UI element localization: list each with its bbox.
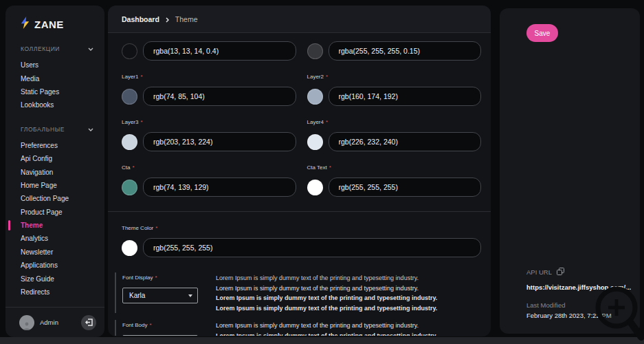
sidebar-item-theme[interactable]: Theme [5, 219, 104, 232]
api-info: API URL https://visitzane.jiffsyshop.com… [526, 266, 630, 319]
user-row: Admin [5, 307, 104, 337]
color-value-input[interactable] [329, 178, 482, 197]
sidebar-section-collections[interactable]: КОЛЛЕКЦИИ [21, 45, 93, 52]
caret-down-icon [188, 294, 192, 297]
sidebar-item-collection-page[interactable]: Collection Page [5, 192, 104, 205]
sidebar-item-static-pages[interactable]: Static Pages [5, 85, 104, 98]
sidebar-item-analytics[interactable]: Analytics [5, 232, 104, 245]
sidebar-item-label: Collection Page [21, 195, 69, 202]
color-value-input[interactable] [143, 238, 481, 257]
form-scroll-area[interactable]: Layer1* Layer2* Layer3* [108, 33, 491, 336]
breadcrumb-chevron-icon [166, 13, 169, 25]
sidebar-item-redirects[interactable]: Redirects [5, 286, 104, 299]
copy-icon[interactable] [557, 266, 564, 278]
sidebar-item-applications[interactable]: Applications [5, 259, 104, 272]
required-asterisk: * [149, 322, 151, 328]
color-field [122, 33, 296, 61]
field-label: Font Body* [122, 322, 216, 330]
sidebar-item-label: Theme [21, 222, 43, 229]
section-label: ГЛОБАЛЬНЫЕ [21, 126, 65, 133]
font-display-select[interactable]: Karla [122, 288, 198, 303]
sidebar-item-label: Preferences [21, 142, 58, 149]
color-value-input[interactable] [329, 41, 482, 61]
sidebar-item-navigation[interactable]: Navigation [5, 165, 104, 178]
color-field-layer1: Layer1* [122, 61, 296, 106]
meta-panel: Save API URL https://visitzane.jiffsysho… [500, 8, 640, 334]
color-value-input[interactable] [143, 87, 296, 106]
required-asterisk: * [140, 119, 142, 125]
logout-button[interactable] [81, 315, 96, 330]
sidebar-item-media[interactable]: Media [5, 72, 104, 85]
sidebar-item-label: Static Pages [21, 88, 59, 96]
breadcrumb: Dashboard Theme [108, 6, 491, 33]
sidebar-item-size-guide[interactable]: Size Guide [5, 272, 104, 285]
color-value-input[interactable] [143, 132, 296, 151]
font-body-select[interactable]: Montserrat [122, 335, 198, 336]
color-field [307, 33, 482, 61]
color-value-input[interactable] [329, 132, 482, 151]
breadcrumb-dashboard[interactable]: Dashboard [122, 15, 159, 23]
sidebar-item-label: Home Page [21, 182, 57, 189]
sidebar-section-globals[interactable]: ГЛОБАЛЬНЫЕ [21, 126, 93, 133]
sidebar-item-users[interactable]: Users [5, 58, 104, 72]
color-swatch[interactable] [122, 180, 137, 195]
preview-line: Lorem Ipsum is simply dummy text of the … [216, 321, 481, 331]
user-name: Admin [40, 319, 81, 326]
color-field-layer3: Layer3* [122, 106, 296, 151]
field-label: Layer4* [307, 119, 482, 127]
color-field-cta-text: Cta Text* [307, 151, 482, 197]
sidebar-item-label: Users [21, 61, 38, 69]
api-url-value[interactable]: https://visitzane.jiffsyshop.com/... [526, 283, 630, 291]
color-value-input[interactable] [329, 87, 482, 106]
bolt-icon [21, 17, 30, 32]
required-asterisk: * [326, 119, 328, 125]
sidebar-item-newsletter[interactable]: Newsletter [5, 246, 104, 259]
field-label: Cta Text* [307, 164, 482, 173]
sidebar-item-product-page[interactable]: Product Page [5, 206, 104, 219]
section-divider [108, 211, 491, 212]
field-label: Theme Color* [122, 225, 481, 233]
preview-line: Lorem Ipsum is simply dummy text of the … [216, 293, 481, 303]
font-display-group: Font Display* Karla Lorem Ipsum is simpl… [115, 272, 481, 313]
theme-form: Layer1* Layer2* Layer3* [122, 33, 481, 336]
color-value-input[interactable] [143, 41, 296, 61]
preview-line: Lorem Ipsum is simply dummy text of the … [216, 303, 481, 314]
color-swatch[interactable] [307, 134, 323, 150]
sidebar-item-label: Media [21, 75, 39, 83]
font-body-preview: Lorem Ipsum is simply dummy text of the … [216, 320, 481, 336]
required-asterisk: * [140, 74, 142, 80]
brand-name: ZANE [34, 19, 64, 30]
sidebar-item-label: Applications [21, 261, 58, 269]
color-value-input[interactable] [143, 178, 296, 197]
color-swatch[interactable] [122, 134, 137, 150]
sidebar-item-preferences[interactable]: Preferences [5, 139, 104, 152]
color-swatch[interactable] [122, 240, 137, 256]
color-field-layer4: Layer4* [307, 106, 482, 151]
field-label: Layer3* [122, 119, 296, 127]
color-swatch[interactable] [122, 43, 137, 59]
color-swatch[interactable] [122, 89, 137, 105]
sidebar-item-label: Newsletter [21, 248, 53, 256]
color-field-theme-color: Theme Color* [122, 225, 481, 257]
sidebar-item-api-config[interactable]: Api Config [5, 152, 104, 165]
sidebar-item-label: Api Config [21, 155, 52, 162]
preview-line: Lorem Ipsum is simply dummy text of the … [216, 331, 481, 336]
sidebar-item-lookbooks[interactable]: Lookbooks [5, 98, 104, 111]
sidebar-item-label: Redirects [21, 288, 49, 296]
preview-line: Lorem Ipsum is simply dummy text of the … [216, 283, 481, 294]
last-modified-label: Last Modified [526, 301, 630, 309]
sidebar-item-label: Lookbooks [21, 101, 54, 109]
brand-logo: ZANE [5, 6, 104, 32]
color-swatch[interactable] [307, 43, 323, 59]
font-body-group: Font Body* Montserrat Lorem Ipsum is sim… [115, 320, 481, 336]
field-label [122, 33, 296, 36]
save-button[interactable]: Save [526, 24, 558, 42]
color-swatch[interactable] [307, 89, 323, 105]
required-asterisk: * [326, 74, 328, 80]
required-asterisk: * [155, 275, 157, 281]
required-asterisk: * [329, 164, 331, 171]
sidebar-item-home-page[interactable]: Home Page [5, 179, 104, 192]
field-label: Cta* [122, 164, 296, 173]
logout-icon [85, 318, 93, 327]
color-swatch[interactable] [307, 180, 323, 195]
